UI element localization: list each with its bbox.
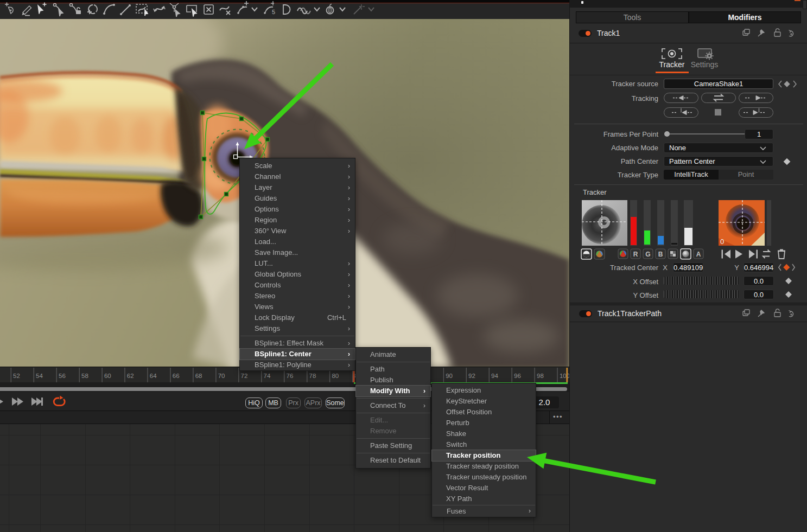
svg-text:98: 98: [537, 373, 544, 379]
svg-text:Settings: Settings: [691, 60, 719, 69]
svg-text:5: 5: [272, 9, 275, 15]
svg-text:94: 94: [491, 373, 498, 379]
svg-text:96: 96: [514, 373, 521, 379]
svg-text:52: 52: [13, 373, 20, 379]
svg-text:92: 92: [468, 373, 475, 379]
svg-text:A: A: [696, 251, 701, 258]
svg-text:100: 100: [560, 373, 569, 379]
svg-text:80: 80: [332, 373, 339, 379]
svg-text:70: 70: [218, 373, 225, 379]
svg-text:72: 72: [241, 373, 248, 379]
svg-text:G: G: [645, 251, 650, 258]
svg-text:Tracker: Tracker: [659, 60, 685, 69]
svg-text:58: 58: [81, 373, 88, 379]
svg-text:90: 90: [446, 373, 453, 379]
svg-text:0: 0: [720, 238, 724, 246]
svg-text:62: 62: [127, 373, 134, 379]
svg-text:60: 60: [104, 373, 111, 379]
svg-text:R: R: [633, 251, 638, 258]
svg-text:68: 68: [195, 373, 202, 379]
svg-text:56: 56: [59, 373, 66, 379]
svg-text:64: 64: [150, 373, 157, 379]
svg-text:54: 54: [36, 373, 43, 379]
svg-text:74: 74: [264, 373, 271, 379]
svg-text:B: B: [658, 251, 663, 258]
svg-text:78: 78: [309, 373, 316, 379]
svg-text:76: 76: [287, 373, 294, 379]
svg-text:66: 66: [173, 373, 180, 379]
